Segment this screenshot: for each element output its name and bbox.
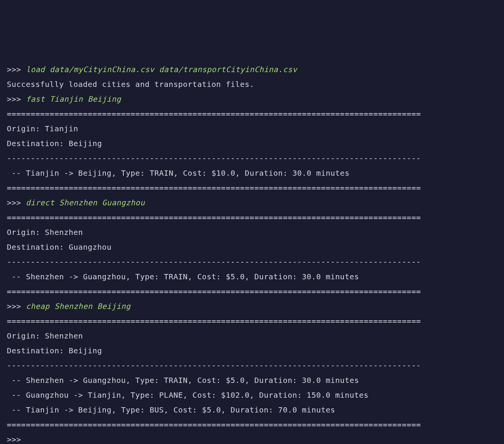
output-origin: Origin: Tianjin [7, 121, 497, 136]
command-load: load data/myCityinChina.csv data/transpo… [26, 65, 297, 74]
prompt: >>> [7, 94, 26, 104]
separator-equals: ========================================… [7, 210, 497, 225]
output-route: -- Tianjin -> Beijing, Type: BUS, Cost: … [7, 403, 497, 417]
terminal-line[interactable]: >>> [7, 432, 497, 444]
separator-equals: ========================================… [7, 181, 497, 195]
output-origin: Origin: Shenzhen [7, 329, 497, 343]
command-fast: fast Tianjin Beijing [26, 94, 121, 104]
separator-equals: ========================================… [7, 417, 497, 432]
output-destination: Destination: Guangzhou [7, 240, 497, 255]
separator-equals: ========================================… [7, 284, 497, 299]
command-cheap: cheap Shenzhen Beijing [26, 302, 131, 311]
separator-equals: ========================================… [7, 107, 497, 121]
output-route: -- Guangzhou -> Tianjin, Type: PLANE, Co… [7, 388, 497, 403]
output-route: -- Tianjin -> Beijing, Type: TRAIN, Cost… [7, 166, 497, 181]
separator-equals: ========================================… [7, 314, 497, 329]
output-destination: Destination: Beijing [7, 136, 497, 151]
terminal-line: >>> cheap Shenzhen Beijing [7, 299, 497, 314]
output-origin: Origin: Shenzhen [7, 225, 497, 240]
prompt: >>> [7, 302, 26, 311]
prompt: >>> [7, 65, 26, 74]
separator-dash: ----------------------------------------… [7, 151, 497, 166]
separator-dash: ----------------------------------------… [7, 358, 497, 373]
output-route: -- Shenzhen -> Guangzhou, Type: TRAIN, C… [7, 269, 497, 284]
command-direct: direct Shenzhen Guangzhou [26, 198, 145, 207]
separator-dash: ----------------------------------------… [7, 255, 497, 269]
output-route: -- Shenzhen -> Guangzhou, Type: TRAIN, C… [7, 373, 497, 388]
terminal-line: >>> fast Tianjin Beijing [7, 92, 497, 107]
terminal-line: >>> direct Shenzhen Guangzhou [7, 195, 497, 210]
prompt: >>> [7, 435, 26, 444]
output-line: Successfully loaded cities and transport… [7, 77, 497, 92]
terminal-line: >>> load data/myCityinChina.csv data/tra… [7, 62, 497, 77]
output-destination: Destination: Beijing [7, 343, 497, 358]
prompt: >>> [7, 198, 26, 207]
